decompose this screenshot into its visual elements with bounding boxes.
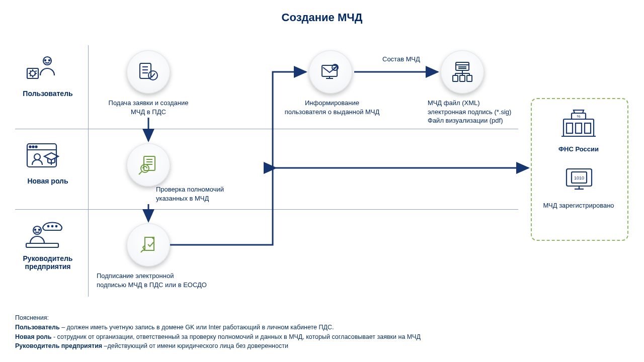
svg-text:1010: 1010 bbox=[574, 175, 584, 180]
fns-sub: МЧД зарегистрировано bbox=[531, 201, 626, 210]
svg-rect-43 bbox=[460, 75, 465, 81]
svg-point-8 bbox=[32, 146, 34, 147]
notes-user-t: – должен иметь учетную запись в домене G… bbox=[60, 324, 334, 331]
lane-manager-label-l2: предприятия bbox=[25, 262, 70, 270]
lane-divider-1 bbox=[15, 129, 518, 129]
svg-rect-47 bbox=[567, 123, 573, 133]
node-inform bbox=[309, 50, 352, 94]
svg-point-2 bbox=[49, 60, 50, 61]
svg-point-27 bbox=[141, 164, 149, 172]
svg-rect-17 bbox=[26, 243, 58, 247]
svg-point-1 bbox=[45, 60, 46, 61]
notes-mgr-b: Руководитель предприятия bbox=[15, 342, 102, 349]
arrow-label-sostav: Состав МЧД bbox=[382, 55, 420, 63]
svg-point-13 bbox=[39, 229, 40, 230]
fns-building-icon: % bbox=[559, 108, 598, 141]
node-submit bbox=[127, 50, 170, 94]
notes-role-b: Новая роль bbox=[15, 333, 52, 340]
node-inform-label: Информирование пользователя о выданной М… bbox=[279, 99, 385, 116]
notes-user-b: Пользователь bbox=[15, 324, 60, 331]
svg-rect-49 bbox=[585, 123, 591, 133]
svg-point-12 bbox=[35, 229, 36, 230]
node-package bbox=[441, 50, 484, 94]
svg-rect-23 bbox=[144, 156, 155, 170]
fns-computer-icon: 1010 bbox=[564, 166, 595, 196]
node-sign-label: Подписание электронной подписью МЧД в ПД… bbox=[97, 272, 217, 289]
svg-point-7 bbox=[29, 146, 31, 147]
svg-point-15 bbox=[52, 226, 53, 227]
lane-user-label: Пользователь bbox=[15, 89, 80, 98]
lane-manager-label-l1: Руководитель bbox=[23, 254, 73, 262]
svg-rect-42 bbox=[453, 75, 458, 81]
svg-rect-18 bbox=[140, 63, 151, 78]
lane-label-divider bbox=[88, 45, 89, 297]
svg-rect-44 bbox=[467, 75, 472, 81]
svg-point-9 bbox=[35, 146, 37, 147]
svg-text:%: % bbox=[577, 114, 580, 119]
notes-role-t: - сотрудник от организации, ответственны… bbox=[52, 333, 421, 340]
node-sign bbox=[127, 223, 170, 266]
page-title: Создание МЧД bbox=[0, 11, 644, 24]
svg-point-16 bbox=[56, 226, 57, 227]
fns-title: ФНС России bbox=[531, 145, 626, 154]
svg-point-14 bbox=[48, 226, 49, 227]
newrole-icon bbox=[25, 140, 67, 173]
svg-rect-48 bbox=[576, 123, 582, 133]
lane-newrole-label: Новая роль bbox=[15, 177, 80, 185]
user-role-icon bbox=[25, 54, 60, 84]
manager-role-icon bbox=[25, 219, 67, 251]
notes-heading: Пояснения: bbox=[15, 313, 421, 323]
svg-line-28 bbox=[139, 171, 142, 174]
node-check bbox=[127, 143, 170, 187]
notes-mgr-t: –действующий от имени юридического лица … bbox=[102, 342, 288, 349]
node-check-label: Проверка полномочий указанных в МЧД bbox=[156, 185, 242, 203]
svg-rect-29 bbox=[322, 65, 337, 76]
node-package-label: МЧД файл (XML) электронная подпись (*.si… bbox=[428, 99, 528, 125]
lane-manager-label: Руководитель предприятия bbox=[15, 254, 80, 270]
node-submit-label: Подача заявки и создание МЧД в ПДС bbox=[96, 99, 201, 116]
notes-block: Пояснения: Пользователь – должен иметь у… bbox=[15, 313, 421, 351]
svg-point-10 bbox=[34, 154, 40, 160]
lane-divider-2 bbox=[15, 209, 518, 210]
